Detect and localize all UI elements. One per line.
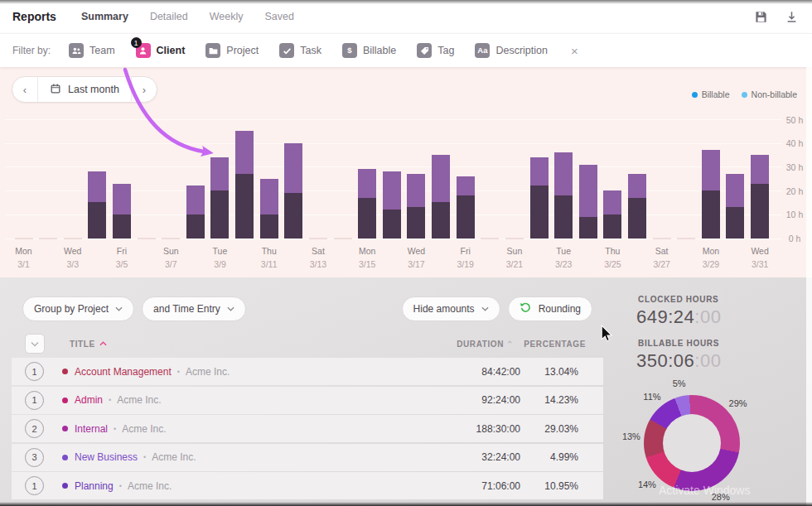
bar-3/4[interactable] [88, 171, 106, 238]
percentage-value: 14.23% [544, 394, 578, 406]
bar-3/22[interactable] [530, 157, 549, 239]
percentage-value: 29.03% [544, 423, 578, 435]
bar-segment-billable [579, 217, 597, 239]
legend-dot [742, 92, 747, 98]
rounding-button[interactable]: Rounding [508, 296, 592, 321]
project-name[interactable]: Account Management [75, 366, 172, 378]
column-header-duration[interactable]: DURATION⌃ [457, 340, 514, 349]
filter-chip-billable[interactable]: $Billable [342, 43, 396, 58]
project-name[interactable]: Admin [75, 394, 103, 406]
report-controls: Group by Project and Time Entry Hide amo… [12, 296, 603, 323]
project-name[interactable]: Planning [75, 480, 114, 492]
filter-chip-project[interactable]: Project [205, 43, 259, 58]
bar-segment-billable [751, 184, 769, 239]
duration-value: 32:24:00 [481, 451, 520, 463]
x-axis-label: Fri3/5 [103, 247, 141, 268]
filter-chip-label: Tag [437, 45, 454, 56]
save-icon[interactable] [754, 10, 768, 24]
bar-3/23[interactable] [554, 152, 573, 238]
download-icon[interactable] [785, 10, 799, 24]
date-range-button[interactable]: Last month [37, 77, 132, 102]
bar-3/31[interactable] [751, 155, 769, 238]
subgroup-dropdown[interactable]: and Time Entry [142, 296, 246, 321]
bar-segment-billable [260, 214, 278, 239]
billable-hours-label: BILLABLE HOURS [638, 339, 719, 348]
bar-3/12[interactable] [284, 143, 302, 239]
tab-weekly[interactable]: Weekly [210, 11, 244, 22]
filter-chip-task[interactable]: Task [279, 43, 321, 58]
empty-day-mark [39, 238, 57, 239]
scrollbar[interactable] [806, 66, 812, 506]
select-all-checkbox[interactable] [25, 334, 45, 354]
legend-non-billable[interactable]: Non-billable [742, 89, 797, 99]
bar-3/25[interactable] [603, 190, 621, 238]
entry-count-badge: 1 [25, 362, 44, 381]
bar-3/24[interactable] [579, 165, 597, 239]
bar-segment-nonbillable [579, 165, 597, 217]
hide-amounts-dropdown[interactable]: Hide amounts [402, 296, 500, 321]
bar-segment-billable [358, 198, 376, 239]
bar-3/26[interactable] [628, 174, 646, 238]
percentage-value: 4.99% [550, 451, 578, 463]
percentage-value: 13.04% [544, 366, 578, 378]
subgroup-label: and Time Entry [153, 303, 220, 315]
bar-3/16[interactable] [383, 171, 401, 238]
entry-count-badge: 3 [25, 448, 44, 467]
topnav-tabs: SummaryDetailedWeeklySaved [81, 11, 294, 22]
chevron-down-icon [115, 306, 123, 311]
project-name[interactable]: New Business [75, 451, 138, 463]
bar-3/8[interactable] [186, 186, 205, 238]
y-axis-tick: 30 h [781, 162, 809, 172]
bar-segment-billable [702, 190, 720, 238]
entry-count-badge: 1 [25, 476, 44, 495]
table-row[interactable]: 1Planning•Acme Inc.71:06:0010.95% [12, 472, 603, 499]
bar-segment-billable [284, 193, 302, 239]
percentage-value: 10.95% [544, 480, 578, 492]
filter-chip-label: Description [495, 45, 548, 56]
column-header-title[interactable]: TITLE [70, 340, 107, 349]
billable-icon: $ [342, 43, 357, 58]
duration-value: 188:30:00 [476, 423, 520, 435]
filter-chip-client[interactable]: 1Client [136, 43, 186, 58]
bar-3/29[interactable] [702, 150, 720, 238]
column-header-percentage[interactable]: PERCENTAGE [524, 340, 586, 349]
next-period-button[interactable]: › [132, 77, 157, 102]
bar-segment-nonbillable [628, 174, 646, 198]
bar-segment-billable [628, 198, 646, 239]
filter-chip-team[interactable]: Team [69, 43, 115, 58]
bar-3/11[interactable] [260, 179, 278, 239]
group-by-dropdown[interactable]: Group by Project [22, 296, 134, 321]
separator-dot: • [143, 453, 146, 461]
bar-3/10[interactable] [235, 131, 254, 238]
bar-segment-billable [432, 202, 450, 238]
table-row[interactable]: 2Internal•Acme Inc.188:30:0029.03% [12, 415, 603, 442]
tab-detailed[interactable]: Detailed [150, 11, 188, 22]
legend-label: Billable [702, 89, 730, 99]
legend-billable[interactable]: Billable [692, 89, 730, 99]
bar-3/5[interactable] [113, 184, 131, 239]
activate-windows-watermark: Activate Windows [659, 484, 750, 497]
bar-segment-nonbillable [113, 184, 131, 214]
clocked-hours-value: 649:24:00 [636, 306, 721, 328]
tab-summary[interactable]: Summary [81, 11, 128, 22]
prev-period-button[interactable]: ‹ [12, 77, 37, 102]
client-name: Acme Inc. [117, 394, 161, 406]
bar-segment-nonbillable [457, 176, 475, 195]
bar-3/9[interactable] [210, 157, 229, 239]
filter-chip-tag[interactable]: Tag [417, 43, 454, 58]
tab-saved[interactable]: Saved [265, 11, 294, 22]
clear-filters-icon[interactable]: × [571, 44, 578, 58]
filter-chip-description[interactable]: AaDescription [475, 43, 548, 58]
bar-3/17[interactable] [407, 174, 425, 238]
video-edge-top [0, 0, 812, 4]
bar-3/30[interactable] [726, 174, 744, 238]
bar-3/18[interactable] [432, 155, 450, 238]
project-name[interactable]: Internal [75, 423, 108, 435]
bar-segment-billable [603, 214, 621, 239]
table-row[interactable]: 1Account Management•Acme Inc.84:42:0013.… [12, 358, 603, 385]
bar-3/15[interactable] [358, 169, 376, 238]
table-row[interactable]: 1Admin•Acme Inc.92:24:0014.23% [12, 387, 603, 414]
table-row[interactable]: 3New Business•Acme Inc.32:24:004.99% [12, 444, 603, 471]
project-icon [205, 43, 220, 58]
bar-3/19[interactable] [457, 176, 475, 239]
